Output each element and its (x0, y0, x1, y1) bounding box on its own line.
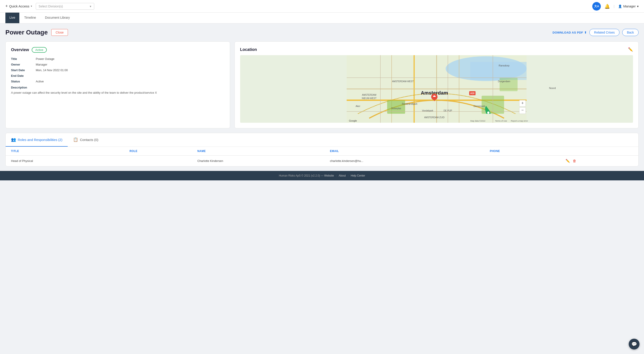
svg-text:+: + (521, 101, 524, 105)
footer-dot-2: · (348, 174, 348, 177)
title-label: Title (11, 57, 36, 61)
detail-row-owner: Owner Manager (11, 63, 224, 66)
location-card: Location ✏️ (234, 42, 638, 128)
svg-rect-9 (387, 100, 405, 114)
overview-title: Overview (11, 48, 29, 52)
notification-bell-icon[interactable]: 🔔 (604, 4, 610, 9)
col-title: TITLE (6, 147, 124, 156)
col-phone: PHONE (484, 147, 560, 156)
user-menu-button[interactable]: 👤 Manager ▾ (618, 5, 638, 8)
location-header: Location ✏️ (240, 47, 633, 52)
tab-contacts[interactable]: 📋 Contacts (0) (68, 133, 104, 147)
svg-text:Google: Google (349, 119, 357, 122)
description-label: Description (11, 86, 224, 89)
svg-text:Noord: Noord (549, 87, 556, 89)
footer-dash: — (321, 174, 324, 177)
svg-text:Vondelpark: Vondelpark (422, 109, 433, 112)
footer-about-link[interactable]: About (339, 174, 346, 177)
quick-access-button[interactable]: + Quick Access ▾ (6, 4, 32, 9)
owner-label: Owner (11, 63, 36, 66)
title-value: Power Outage (36, 57, 54, 61)
division-select[interactable]: Select Division(s) ▾ (36, 3, 94, 10)
roles-icon: 👥 (11, 137, 16, 142)
svg-text:NIEUW-WEST: NIEUW-WEST (362, 97, 376, 100)
svg-text:AMSTERDAM: AMSTERDAM (362, 94, 376, 96)
divider: | (614, 5, 614, 8)
col-role: ROLE (124, 147, 192, 156)
cell-role (124, 156, 192, 166)
tab-roles[interactable]: 👥 Roles and Responsibilities (2) (6, 133, 68, 147)
svg-rect-2 (470, 62, 526, 80)
title-row: Power Outage Close DOWNLOAD AS PDF ⬆ Rel… (6, 29, 638, 36)
detail-row-start-date: Start Date Mon, 14 Nov 2022 01:00 (11, 68, 224, 72)
col-name: NAME (192, 147, 325, 156)
start-date-label: Start Date (11, 68, 36, 72)
delete-row-icon[interactable]: 🗑 (573, 159, 576, 163)
cell-name: Charlotte Kindersen (192, 156, 325, 166)
contacts-icon: 📋 (73, 137, 78, 142)
header-row: TITLE ROLE NAME EMAIL PHONE (6, 147, 638, 156)
back-button[interactable]: Back (622, 29, 638, 36)
detail-row-end-date: End Date (11, 74, 224, 77)
footer-website-link[interactable]: Website (324, 174, 334, 177)
related-crises-button[interactable]: Related Crises (589, 29, 620, 36)
dropdown-arrow-icon: ▾ (90, 5, 91, 8)
edit-row-icon[interactable]: ✏️ (566, 159, 570, 163)
svg-text:Ransdorp: Ransdorp (498, 64, 509, 67)
table-body: Head of Physical Charlotte Kindersen cha… (6, 156, 638, 166)
edit-icon[interactable]: ✏️ (628, 47, 633, 52)
start-date-value: Mon, 14 Nov 2022 01:00 (36, 68, 68, 72)
page-title: Power Outage (6, 29, 48, 36)
title-row-left: Power Outage Close (6, 29, 68, 36)
roles-table: TITLE ROLE NAME EMAIL PHONE Head of Phys… (6, 147, 638, 166)
svg-text:AMSTERDAM-ZUID: AMSTERDAM-ZUID (424, 116, 444, 119)
status-value: Active (36, 80, 44, 83)
svg-point-44 (487, 111, 489, 114)
user-chevron-icon: ▾ (637, 5, 638, 8)
svg-text:DE PIJP: DE PIJP (444, 109, 452, 112)
svg-rect-11 (500, 78, 518, 91)
main-content: Power Outage Close DOWNLOAD AS PDF ⬆ Rel… (0, 24, 644, 166)
download-pdf-button[interactable]: DOWNLOAD AS PDF ⬆ (552, 31, 587, 34)
division-placeholder: Select Division(s) (39, 5, 63, 8)
footer-help-link[interactable]: Help Center (351, 174, 365, 177)
cell-email: charlotte.kindersen@hu... (324, 156, 484, 166)
tab-timeline[interactable]: Timeline (20, 13, 40, 23)
footer-dot-1: · (336, 174, 336, 177)
active-badge: Active (32, 47, 47, 53)
overview-card: Overview Active Title Power Outage Owner… (6, 42, 230, 128)
header: + Quick Access ▾ Select Division(s) ▾ 大A… (0, 0, 644, 13)
title-row-right: DOWNLOAD AS PDF ⬆ Related Crises Back (552, 29, 638, 36)
detail-row-title: Title Power Outage (11, 57, 224, 61)
table-container: TITLE ROLE NAME EMAIL PHONE Head of Phys… (6, 147, 638, 166)
user-label: Manager (623, 5, 636, 8)
table-header: TITLE ROLE NAME EMAIL PHONE (6, 147, 638, 156)
action-icons: ✏️ 🗑 (566, 159, 633, 163)
svg-text:Durgerdam: Durgerdam (498, 80, 510, 83)
svg-text:AMSTERDAM-WEST: AMSTERDAM-WEST (392, 80, 414, 83)
close-button[interactable]: Close (51, 29, 68, 36)
map-container[interactable]: A10 Amsterdam Ransdorp Durgerdam Noord A… (240, 55, 633, 123)
cell-actions: ✏️ 🗑 (560, 156, 638, 166)
svg-text:Diemerpark: Diemerpark (473, 105, 485, 107)
tab-live[interactable]: Live (6, 13, 19, 23)
tabs-bar: Live Timeline Document Library (0, 13, 644, 24)
tab-document-library[interactable]: Document Library (41, 13, 74, 23)
end-date-label: End Date (11, 74, 36, 77)
svg-text:A10: A10 (470, 92, 474, 95)
map-svg: A10 Amsterdam Ransdorp Durgerdam Noord A… (240, 55, 633, 123)
svg-text:Map data ©2022: Map data ©2022 (470, 120, 485, 122)
avatar: 大A (592, 2, 601, 11)
roles-tab-label: Roles and Responsibilities (2) (18, 138, 62, 142)
contacts-tab-label: Contacts (0) (80, 138, 98, 142)
col-email: EMAIL (324, 147, 484, 156)
cell-title: Head of Physical (6, 156, 124, 166)
plus-icon: + (6, 4, 8, 9)
roles-section: 👥 Roles and Responsibilities (2) 📋 Conta… (6, 133, 638, 166)
svg-text:Sloterplas: Sloterplas (391, 107, 401, 110)
svg-text:Report a map error: Report a map error (511, 120, 528, 122)
footer-copyright: Human Risks ApS © 2021 (v2.2.0) (279, 174, 320, 177)
header-left: + Quick Access ▾ Select Division(s) ▾ (6, 3, 94, 10)
col-actions (560, 147, 638, 156)
owner-value: Manager (36, 63, 47, 66)
